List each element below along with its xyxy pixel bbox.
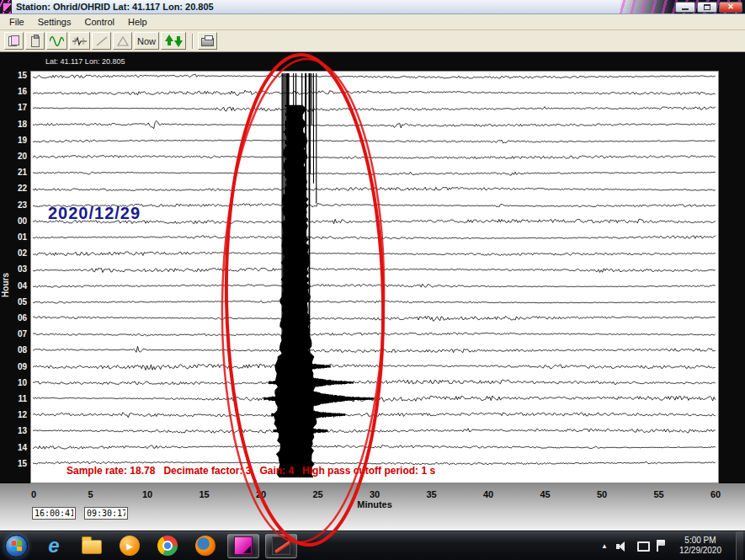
system-tray: ▲ 5:00 PM 12/29/2020 xyxy=(601,531,745,560)
media-player-icon: ▶ xyxy=(120,536,140,556)
taskbar-clock[interactable]: 5:00 PM 12/29/2020 xyxy=(679,536,721,556)
maximize-button[interactable] xyxy=(697,2,717,13)
taskbar-item-seismograph-app[interactable] xyxy=(227,534,259,558)
network-icon[interactable] xyxy=(636,541,648,552)
seismogram-plot[interactable]: 2020/12/29 Sample rate: 18.78 Decimate f… xyxy=(30,71,719,483)
plot-coordinates-label: Lat: 41.117 Lon: 20.805 xyxy=(45,57,125,66)
hour-label: 16 xyxy=(5,87,27,96)
hour-label: 04 xyxy=(5,281,27,291)
seismograph-app-icon xyxy=(234,536,253,555)
now-button[interactable]: Now xyxy=(134,32,159,50)
hour-label: 11 xyxy=(5,394,27,403)
volume-icon[interactable] xyxy=(616,541,628,552)
taskbar-item-firefox[interactable] xyxy=(189,534,221,558)
arrow-up-icon xyxy=(164,35,173,47)
hour-label: 10 xyxy=(5,378,27,387)
x-axis-area: Minutes 051015202530354045505560 xyxy=(0,483,745,531)
x-tick-label: 15 xyxy=(199,489,209,499)
start-button[interactable] xyxy=(5,535,28,557)
app-icon xyxy=(3,3,12,12)
app-window: Station: Ohrid/OHRID Lat: 41.117 Lon: 20… xyxy=(0,0,745,531)
taskbar: e ▶ ▲ 5:00 PM 12/29/2020 xyxy=(0,531,745,560)
firefox-icon xyxy=(195,536,216,556)
scroll-arrows-button[interactable] xyxy=(161,32,186,50)
x-tick-label: 60 xyxy=(710,489,721,499)
menu-help[interactable]: Help xyxy=(122,15,153,29)
hour-label: 03 xyxy=(5,264,27,274)
windows-logo-icon xyxy=(12,541,22,552)
status-line: Sample rate: 18.78 Decimate factor: 3 Ga… xyxy=(67,465,435,477)
hour-label: 23 xyxy=(5,200,27,210)
waveform-button[interactable] xyxy=(46,32,67,50)
trace-marks-button[interactable] xyxy=(69,32,90,50)
hour-label: 18 xyxy=(5,120,27,129)
clipboard-icon xyxy=(31,36,40,47)
waveform-icon xyxy=(50,36,64,46)
hour-label: 15 xyxy=(5,71,27,80)
menubar: FileSettingsControlHelp xyxy=(0,14,745,30)
show-desktop-button[interactable] xyxy=(736,531,743,560)
close-icon: ✕ xyxy=(727,3,734,11)
x-tick-label: 25 xyxy=(312,489,322,499)
internet-explorer-icon: e xyxy=(48,536,59,555)
menu-settings[interactable]: Settings xyxy=(32,15,77,29)
x-tick-label: 50 xyxy=(597,489,607,499)
copy-button[interactable] xyxy=(25,32,45,50)
x-tick-label: 20 xyxy=(256,489,266,499)
chrome-icon xyxy=(157,536,178,556)
x-axis-label: Minutes xyxy=(357,499,392,509)
hidden-icons-chevron[interactable]: ▲ xyxy=(601,542,608,550)
clock-time: 5:00 PM xyxy=(679,536,721,546)
arrow-down-icon xyxy=(173,35,183,47)
seismogram-traces xyxy=(31,72,718,483)
hour-label: 07 xyxy=(5,329,27,339)
date-annotation: 2020/12/29 xyxy=(48,204,141,223)
x-tick-label: 30 xyxy=(370,489,380,499)
close-button[interactable]: ✕ xyxy=(719,2,742,13)
toolbar-separator xyxy=(192,34,194,49)
titlebar[interactable]: Station: Ohrid/OHRID Lat: 41.117 Lon: 20… xyxy=(0,0,745,14)
open-button[interactable] xyxy=(4,32,24,50)
triangle-icon xyxy=(117,36,129,46)
hour-label: 00 xyxy=(5,216,27,226)
time-box-end[interactable] xyxy=(84,507,128,520)
x-tick-label: 40 xyxy=(483,489,493,499)
x-tick-label: 0 xyxy=(31,489,36,499)
toolbar: Now xyxy=(0,30,745,52)
taskbar-item-explorer[interactable] xyxy=(76,534,108,558)
hour-label: 09 xyxy=(5,362,27,371)
hour-label: 20 xyxy=(5,152,27,161)
menu-control[interactable]: Control xyxy=(78,15,120,29)
slope-button[interactable] xyxy=(92,32,111,50)
minimize-button[interactable] xyxy=(675,2,695,13)
hour-label: 14 xyxy=(5,443,27,452)
hour-label: 13 xyxy=(5,426,27,435)
pages-icon xyxy=(8,35,19,46)
print-button[interactable] xyxy=(198,32,217,50)
minimize-icon xyxy=(682,8,689,10)
x-tick-label: 35 xyxy=(426,489,436,499)
hour-label: 17 xyxy=(5,103,27,112)
taskbar-item-red-app[interactable] xyxy=(265,534,297,558)
waveform-marks-icon xyxy=(72,36,87,46)
x-tick-label: 45 xyxy=(540,489,550,499)
x-tick-label: 5 xyxy=(88,489,93,499)
hour-label: 21 xyxy=(5,168,27,177)
hour-label: 06 xyxy=(5,313,27,323)
taskbar-item-internet-explorer[interactable]: e xyxy=(38,534,70,558)
hour-label: 15 xyxy=(5,459,27,468)
hour-label: 22 xyxy=(5,184,27,193)
slope-icon xyxy=(96,36,108,46)
window-title: Station: Ohrid/OHRID Lat: 41.117 Lon: 20… xyxy=(16,2,214,12)
action-center-flag-icon[interactable] xyxy=(657,540,665,552)
red-slash-app-icon xyxy=(272,536,290,555)
hour-label: 05 xyxy=(5,297,27,307)
triangle-button[interactable] xyxy=(113,32,132,50)
taskbar-item-chrome[interactable] xyxy=(152,534,184,558)
taskbar-item-media-player[interactable]: ▶ xyxy=(114,534,146,558)
time-box-start[interactable] xyxy=(32,507,76,520)
maximize-icon xyxy=(704,4,710,10)
x-tick-label: 10 xyxy=(142,489,152,499)
menu-file[interactable]: File xyxy=(3,15,30,29)
hour-label: 08 xyxy=(5,345,27,355)
